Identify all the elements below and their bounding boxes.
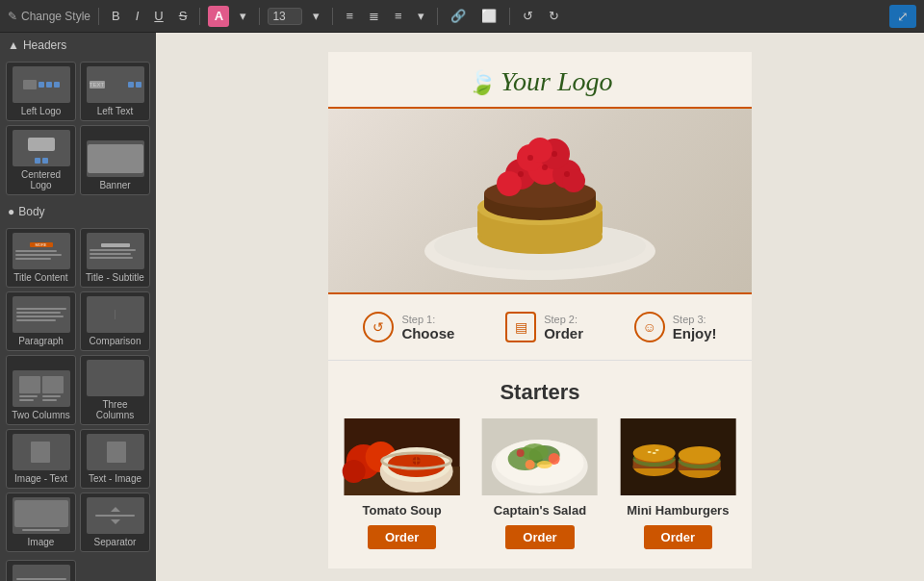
font-size-input[interactable] xyxy=(268,8,302,25)
sidebar-item-paragraph[interactable]: Paragraph xyxy=(6,291,76,351)
sidebar-item-image-text[interactable]: Image - Text xyxy=(6,429,76,489)
text-section-grid: Text xyxy=(0,556,156,581)
food-grid: Tomato Soup Order xyxy=(328,418,752,568)
two-columns-label: Two Columns xyxy=(12,410,70,420)
steps-section: ↺ Step 1: Choose ▤ Step 2: Order ☺ xyxy=(328,294,752,361)
tomato-soup-image xyxy=(338,418,466,495)
svg-point-25 xyxy=(343,460,366,483)
text-preview xyxy=(13,565,70,581)
step-3-icon: ☺ xyxy=(634,312,665,342)
undo-btn[interactable]: ↺ xyxy=(518,7,538,25)
step-3-number: Step 3: xyxy=(673,314,717,325)
separator-preview xyxy=(87,497,144,534)
step-1-text: Step 1: Choose xyxy=(401,314,454,341)
three-columns-label: Three Columns xyxy=(85,399,145,420)
comparison-label: Comparison xyxy=(90,336,141,346)
order-btn-tomato-soup[interactable]: Order xyxy=(368,525,436,549)
logo-section: 🍃 Your Logo xyxy=(328,52,752,107)
svg-point-56 xyxy=(652,452,655,454)
food-name-captains-salad: Captain's Salad xyxy=(475,503,603,518)
text-image-preview xyxy=(87,434,144,470)
font-color-btn[interactable]: A xyxy=(208,6,229,27)
svg-point-13 xyxy=(497,171,522,196)
align-btn[interactable]: ≡ xyxy=(390,7,407,25)
align-dropdown-btn[interactable]: ▾ xyxy=(413,7,429,25)
sidebar-item-left-text[interactable]: TEXT Left Text xyxy=(80,62,150,121)
image-insert-btn[interactable]: ⬜ xyxy=(476,7,501,25)
sidebar-item-two-columns[interactable]: Two Columns xyxy=(6,355,76,425)
left-text-preview: TEXT xyxy=(87,66,144,103)
body-collapse-icon[interactable]: ● xyxy=(8,205,14,218)
step-2-title: Order xyxy=(544,325,583,341)
step-2-number: Step 2: xyxy=(544,314,583,325)
tart-svg xyxy=(415,112,665,290)
font-size-dropdown-btn[interactable]: ▾ xyxy=(308,7,324,25)
redo-btn[interactable]: ↻ xyxy=(544,7,564,25)
bold-btn[interactable]: B xyxy=(107,7,125,25)
svg-point-20 xyxy=(552,151,557,157)
left-logo-label: Left Logo xyxy=(21,106,62,116)
comparison-preview xyxy=(87,296,144,333)
step-2-icon: ▤ xyxy=(505,312,536,342)
sidebar-item-title-content[interactable]: MORE Title Content xyxy=(6,228,76,288)
image-text-label: Image - Text xyxy=(14,473,67,484)
mini-hamburgers-image xyxy=(614,418,742,495)
ordered-list-btn[interactable]: ≣ xyxy=(364,7,384,25)
divider-6 xyxy=(509,8,510,25)
two-columns-preview xyxy=(13,370,70,407)
step-3: ☺ Step 3: Enjoy! xyxy=(634,312,717,342)
step-3-text: Step 3: Enjoy! xyxy=(673,314,717,341)
svg-point-18 xyxy=(564,171,570,177)
title-subtitle-label: Title - Subtitle xyxy=(86,272,144,283)
change-style-btn[interactable]: ✎ Change Style xyxy=(8,10,90,23)
food-name-tomato-soup: Tomato Soup xyxy=(338,503,466,518)
divider-5 xyxy=(437,8,438,25)
color-dropdown-btn[interactable]: ▾ xyxy=(235,7,251,25)
strikethrough-btn[interactable]: S xyxy=(174,7,192,25)
link-btn[interactable]: 🔗 xyxy=(446,7,471,25)
sidebar-item-text[interactable]: Text xyxy=(6,560,76,581)
banner-section[interactable] xyxy=(328,107,752,294)
logo-leaf-icon: 🍃 xyxy=(468,69,497,95)
step-2-text: Step 2: Order xyxy=(544,314,583,341)
sidebar-item-separator[interactable]: Separator xyxy=(80,493,150,552)
sidebar-item-centered-logo[interactable]: Centered Logo xyxy=(6,125,76,195)
content-area: 🍃 Your Logo xyxy=(156,33,924,581)
sidebar-item-banner[interactable]: Banner xyxy=(80,125,150,195)
body-grid: MORE Title Content xyxy=(0,224,156,556)
order-btn-mini-hamburgers[interactable]: Order xyxy=(644,525,712,549)
banner-preview xyxy=(87,140,144,177)
svg-point-19 xyxy=(527,155,533,161)
sidebar-item-left-logo[interactable]: Left Logo xyxy=(6,62,76,121)
sidebar-item-image[interactable]: Image xyxy=(6,493,76,552)
title-subtitle-preview xyxy=(87,233,144,269)
banner-image xyxy=(328,109,752,292)
underline-btn[interactable]: U xyxy=(149,7,167,25)
svg-point-38 xyxy=(522,443,549,461)
divider-1 xyxy=(98,8,99,25)
captains-salad-image xyxy=(475,418,603,495)
image-text-preview xyxy=(13,434,70,470)
svg-point-55 xyxy=(654,449,658,451)
italic-btn[interactable]: I xyxy=(131,7,144,25)
paragraph-preview xyxy=(13,296,70,333)
unordered-list-btn[interactable]: ≡ xyxy=(341,7,358,25)
order-btn-captains-salad[interactable]: Order xyxy=(505,525,574,549)
pencil-icon: ✎ xyxy=(8,10,17,23)
svg-point-41 xyxy=(537,461,552,468)
sidebar-item-three-columns[interactable]: Three Columns xyxy=(80,355,150,425)
step-1-title: Choose xyxy=(401,325,454,341)
svg-point-17 xyxy=(542,164,548,170)
image-label: Image xyxy=(28,537,55,547)
body-section: ● Body xyxy=(0,199,156,224)
food-item-tomato-soup: Tomato Soup Order xyxy=(338,418,466,549)
expand-btn[interactable]: ⤢ xyxy=(889,5,916,28)
sidebar-item-comparison[interactable]: Comparison xyxy=(80,291,150,351)
main-area: ▲ Headers Left Logo xyxy=(0,33,924,581)
starters-title: Starters xyxy=(328,361,752,418)
food-name-mini-hamburgers: Mini Hamburgers xyxy=(614,503,742,518)
sidebar-item-text-image[interactable]: Text - Image xyxy=(80,429,150,489)
sidebar-item-title-subtitle[interactable]: Title - Subtitle xyxy=(80,228,150,288)
headers-collapse-icon[interactable]: ▲ xyxy=(8,38,19,52)
svg-point-42 xyxy=(517,449,525,457)
